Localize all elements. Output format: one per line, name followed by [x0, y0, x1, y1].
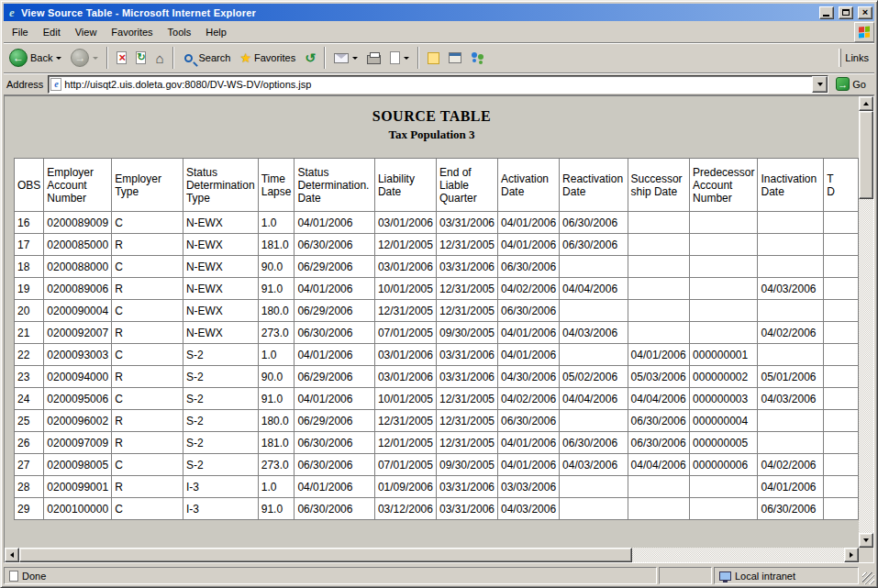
- address-dropdown-button[interactable]: [812, 76, 828, 93]
- messenger-button[interactable]: [467, 50, 489, 66]
- table-cell: 25: [15, 410, 44, 432]
- menu-tools[interactable]: Tools: [161, 24, 199, 40]
- table-cell: 12/31/2005: [436, 234, 497, 256]
- close-button[interactable]: [858, 6, 872, 19]
- back-dropdown-icon[interactable]: [56, 57, 61, 60]
- windows-logo-panel: [854, 22, 874, 42]
- links-label[interactable]: Links: [845, 52, 869, 63]
- table-cell: 04/04/2006: [628, 388, 690, 410]
- links-band: Links: [839, 49, 872, 67]
- table-cell: 0200100000: [44, 498, 112, 520]
- edit-dropdown-icon[interactable]: [404, 57, 409, 60]
- table-cell: [560, 476, 628, 498]
- close-icon: [862, 7, 868, 17]
- minimize-button[interactable]: [819, 6, 834, 19]
- resize-grip[interactable]: [862, 572, 874, 584]
- title-bar[interactable]: View Source Table - Microsoft Internet E…: [4, 4, 874, 21]
- mail-button[interactable]: [330, 51, 361, 65]
- vertical-scroll-thumb[interactable]: [859, 111, 873, 199]
- table-cell: 181.0: [258, 234, 295, 256]
- table-cell: C: [112, 256, 183, 278]
- home-button[interactable]: [151, 50, 167, 67]
- mail-dropdown-icon[interactable]: [352, 57, 358, 60]
- menu-bar: File Edit View Favorites Tools Help: [4, 21, 874, 43]
- table-cell: R: [112, 476, 183, 498]
- table-cell: 91.0: [258, 388, 295, 410]
- back-button[interactable]: Back: [6, 47, 65, 69]
- address-input[interactable]: [64, 76, 812, 93]
- table-cell: 19: [15, 278, 44, 300]
- minimize-icon: [823, 15, 829, 17]
- discuss-button[interactable]: [445, 50, 465, 65]
- table-cell: [758, 432, 824, 454]
- table-cell: 17: [15, 234, 44, 256]
- refresh-button[interactable]: [132, 50, 150, 66]
- chevron-down-icon: [817, 83, 823, 86]
- status-message-pane: Done: [4, 567, 657, 584]
- table-cell: 04/03/2006: [560, 322, 628, 344]
- notes-icon: [428, 52, 439, 64]
- table-cell: 04/03/2006: [758, 278, 824, 300]
- table-cell: [690, 322, 758, 344]
- standard-toolbar: Back Search Favorites: [4, 43, 874, 73]
- column-header: T D: [824, 159, 859, 212]
- table-cell: [824, 212, 859, 234]
- column-header: Time Lapse: [258, 159, 295, 212]
- menu-favorites[interactable]: Favorites: [104, 24, 160, 40]
- page-content: SOURCE TABLE Tax Population 3 OBSEmploye…: [5, 96, 859, 548]
- table-cell: 04/01/2006: [758, 476, 824, 498]
- scroll-up-button[interactable]: [859, 96, 873, 111]
- table-cell: 03/31/2006: [436, 366, 497, 388]
- favorites-label: Favorites: [254, 52, 295, 63]
- horizontal-scrollbar[interactable]: [5, 548, 859, 562]
- table-cell: 04/30/2006: [498, 366, 560, 388]
- address-input-box: [48, 75, 828, 94]
- maximize-button[interactable]: [839, 6, 853, 19]
- table-cell: N-EWX: [183, 212, 258, 234]
- horizontal-scroll-thumb[interactable]: [19, 548, 632, 562]
- table-cell: 06/30/2006: [295, 498, 374, 520]
- table-cell: [824, 256, 859, 278]
- forward-button[interactable]: [67, 47, 102, 69]
- browser-viewport: SOURCE TABLE Tax Population 3 OBSEmploye…: [4, 95, 874, 563]
- scroll-left-button[interactable]: [5, 548, 19, 562]
- table-cell: [758, 234, 824, 256]
- column-header: Predecessor Account Number: [690, 159, 758, 212]
- search-button[interactable]: Search: [179, 50, 235, 66]
- table-cell: 0200085000: [44, 234, 112, 256]
- status-progress-pane: [659, 567, 712, 584]
- vertical-scrollbar[interactable]: [859, 96, 873, 548]
- menu-view[interactable]: View: [68, 24, 105, 40]
- table-cell: 180.0: [258, 410, 295, 432]
- favorites-button[interactable]: Favorites: [236, 50, 299, 66]
- stop-button[interactable]: [113, 50, 130, 66]
- table-cell: 04/01/2006: [498, 234, 560, 256]
- table-row: 270200098005CS-2273.006/30/200607/01/200…: [15, 454, 859, 476]
- column-header: Status Determination. Date: [295, 159, 374, 212]
- go-button[interactable]: Go: [833, 74, 872, 94]
- menu-edit[interactable]: Edit: [36, 24, 68, 40]
- table-row: 220200093003CS-21.004/01/200603/01/20060…: [15, 344, 859, 366]
- scroll-down-button[interactable]: [859, 533, 873, 548]
- table-cell: [628, 322, 690, 344]
- menu-help[interactable]: Help: [198, 24, 234, 40]
- table-cell: 06/29/2006: [295, 410, 374, 432]
- table-cell: 000000005: [690, 432, 758, 454]
- table-cell: [824, 432, 859, 454]
- menu-file[interactable]: File: [5, 24, 36, 40]
- links-grip[interactable]: [839, 49, 841, 67]
- table-cell: 04/01/2006: [498, 322, 560, 344]
- scroll-right-button[interactable]: [844, 548, 859, 562]
- history-button[interactable]: [301, 50, 319, 66]
- print-button[interactable]: [363, 50, 384, 66]
- table-cell: N-EWX: [183, 256, 258, 278]
- table-cell: 03/31/2006: [436, 498, 497, 520]
- edit-button[interactable]: [386, 50, 413, 66]
- table-cell: 04/02/2006: [758, 454, 824, 476]
- table-cell: 000000001: [690, 344, 758, 366]
- table-cell: [560, 410, 628, 432]
- table-cell: [628, 212, 690, 234]
- table-cell: 05/02/2006: [560, 366, 628, 388]
- table-cell: [560, 344, 628, 366]
- notes-button[interactable]: [424, 50, 443, 66]
